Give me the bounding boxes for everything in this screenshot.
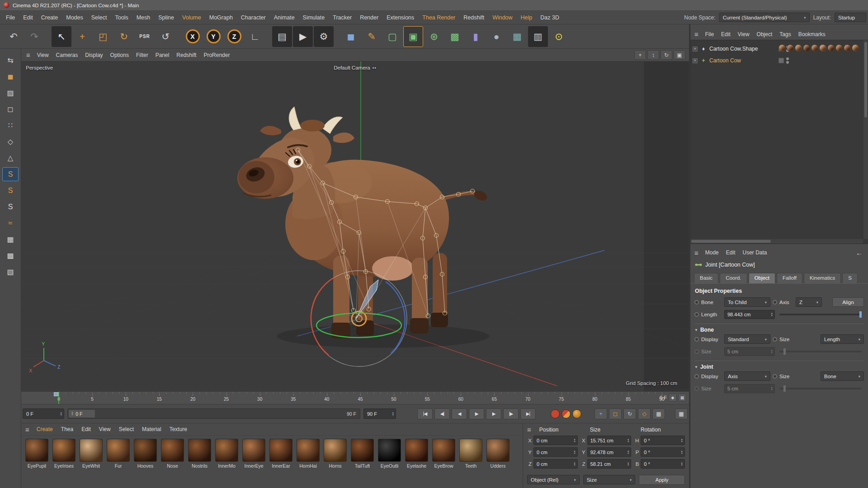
prev-frame-button[interactable]: ◀ (452, 408, 467, 419)
prev-key-button[interactable]: ◀| (434, 408, 450, 419)
points-mode-button[interactable]: ∷ (2, 118, 19, 132)
material-tag-icon[interactable] (795, 44, 802, 52)
length-field[interactable]: 98.443 cm ▲▼ (724, 310, 775, 319)
material-sphere-icon[interactable] (134, 439, 157, 462)
field-menu[interactable]: ▦ (507, 26, 527, 47)
material-sphere-icon[interactable] (161, 439, 184, 462)
bone-group-header[interactable]: ▼ Bone (694, 324, 864, 333)
psr-tool[interactable]: PSR (135, 26, 155, 47)
model-mode-button[interactable]: ◼ (2, 70, 19, 84)
ruler-marker-button[interactable]: ◆ (669, 394, 677, 402)
size-field[interactable]: 15.751 cm▲▼ (587, 436, 632, 445)
spinner-icon[interactable]: ▲▼ (571, 450, 576, 454)
goto-end-button[interactable]: ▶| (520, 408, 536, 419)
material-item[interactable]: Horns (323, 439, 347, 488)
light-menu[interactable]: ⊙ (549, 26, 569, 47)
menu-item[interactable]: Spline (154, 13, 178, 23)
coordinate-system[interactable]: ∟ (245, 26, 265, 47)
attribute-tab[interactable]: Falloff (777, 273, 802, 283)
expand-icon[interactable]: + (693, 58, 698, 63)
menu-item[interactable]: Render (356, 13, 382, 23)
viewport-menu-item[interactable]: Redshift (173, 51, 200, 60)
object-menu-item[interactable]: Tags (776, 30, 794, 39)
menu-item[interactable]: Mesh (132, 13, 155, 23)
rotate-tool[interactable]: ↻ (114, 26, 134, 47)
key-position-toggle[interactable]: + (594, 408, 607, 419)
position-field[interactable]: 0 cm▲▼ (533, 447, 578, 457)
live-selection-tool[interactable]: ↖ (52, 26, 71, 47)
menu-item[interactable]: Simulate (299, 13, 329, 23)
material-menu-item[interactable]: Edit (77, 425, 95, 434)
menu-item[interactable]: Select (87, 13, 111, 23)
timeline-playhead[interactable] (58, 392, 59, 404)
length-slider[interactable] (779, 314, 862, 315)
attribute-tab[interactable]: Basic (694, 273, 718, 283)
keyframe-selection-button[interactable] (572, 409, 581, 418)
key-parameter-toggle[interactable]: ◇ (638, 408, 651, 419)
bone-display-select[interactable]: Standard▾ (724, 334, 770, 344)
material-tag-icon[interactable] (827, 44, 835, 52)
spline-tools-menu[interactable]: ▮ (466, 26, 486, 47)
keyframe-dot-icon[interactable] (694, 374, 699, 379)
keyframe-dot-icon[interactable] (694, 312, 699, 317)
object-name[interactable]: Cartoon Cow (709, 57, 776, 64)
material-sphere-icon[interactable] (107, 439, 130, 462)
goto-start-button[interactable]: |◀ (417, 408, 433, 419)
material-item[interactable]: Nostrils (188, 439, 212, 488)
material-item[interactable]: Nose (160, 439, 184, 488)
object-name[interactable]: Cartoon Cow.Shape (709, 46, 776, 52)
visibility-dots[interactable] (786, 57, 789, 64)
timeline-ruler[interactable]: 051015202530354045505560657075808590 0 F… (21, 391, 689, 404)
material-item[interactable]: HornHai (296, 439, 320, 488)
axis-select[interactable]: Z▾ (796, 297, 822, 307)
toolbar-separator[interactable] (45, 26, 51, 47)
attribute-tab[interactable]: Object (749, 273, 775, 283)
spinner-icon[interactable]: ▲▼ (679, 450, 683, 454)
panel-menu-icon[interactable]: ≡ (22, 426, 33, 433)
material-item[interactable]: Udders (486, 439, 510, 488)
object-row[interactable]: + + Cartoon Cow (690, 55, 868, 66)
current-frame-field[interactable]: 0 F ▲▼ (23, 408, 64, 419)
object-manager-hscrollbar[interactable] (690, 239, 863, 244)
panel-menu-icon[interactable]: ≡ (23, 51, 33, 59)
menu-item[interactable]: Create (37, 13, 62, 23)
material-item[interactable]: InnerEye (242, 439, 266, 488)
material-sphere-icon[interactable] (351, 439, 374, 462)
pan-view-button[interactable]: + (634, 50, 646, 60)
pen-spline-menu[interactable]: ✎ (362, 26, 382, 47)
material-item[interactable]: Hooves (133, 439, 157, 488)
move-tool[interactable]: + (72, 26, 92, 47)
toolbar-separator[interactable] (335, 26, 340, 47)
size-field[interactable]: 58.21 cm▲▼ (587, 459, 632, 469)
keyframe-dot-icon[interactable] (773, 337, 777, 342)
maximize-view-button[interactable]: ▣ (674, 50, 685, 60)
viewport-menu-item[interactable]: Cameras (52, 51, 82, 60)
keyframe-dot-icon[interactable] (694, 300, 699, 305)
spinner-icon[interactable]: ▲▼ (679, 438, 683, 442)
menu-item[interactable]: Edit (19, 13, 37, 23)
material-item[interactable]: EyeOutli (377, 439, 401, 488)
next-key-button[interactable]: |▶ (503, 408, 519, 419)
camera-menu[interactable]: ▥ (528, 26, 548, 47)
menu-item[interactable]: Window (488, 13, 516, 23)
simulate-menu[interactable]: ● (486, 26, 506, 47)
object-menu-item[interactable]: Edit (717, 30, 734, 39)
slider-handle[interactable] (859, 311, 862, 318)
attribute-tab[interactable]: Coord. (720, 273, 747, 283)
menu-item[interactable]: File (2, 13, 19, 23)
menu-item[interactable]: Daz 3D (536, 13, 563, 23)
material-tag-icon[interactable] (778, 44, 786, 52)
autokeying-button[interactable] (561, 409, 571, 418)
play-button[interactable]: ▶ (469, 408, 484, 419)
bone-size-select[interactable]: Length▾ (821, 334, 864, 344)
lock-x-axis[interactable]: X (183, 26, 203, 47)
panel-menu-icon[interactable]: ≡ (691, 249, 702, 257)
menu-item[interactable]: Animate (270, 13, 299, 23)
spinner-icon[interactable]: ▲▼ (625, 450, 629, 454)
material-sphere-icon[interactable] (188, 439, 211, 462)
menu-item[interactable]: Help (517, 13, 537, 23)
material-item[interactable]: Teeth (459, 439, 483, 488)
panel-menu-icon[interactable]: ≡ (691, 30, 702, 38)
node-space-select[interactable]: Current (Standard/Physical) ▾ (719, 13, 810, 22)
bone-select[interactable]: To Child▾ (724, 297, 770, 307)
